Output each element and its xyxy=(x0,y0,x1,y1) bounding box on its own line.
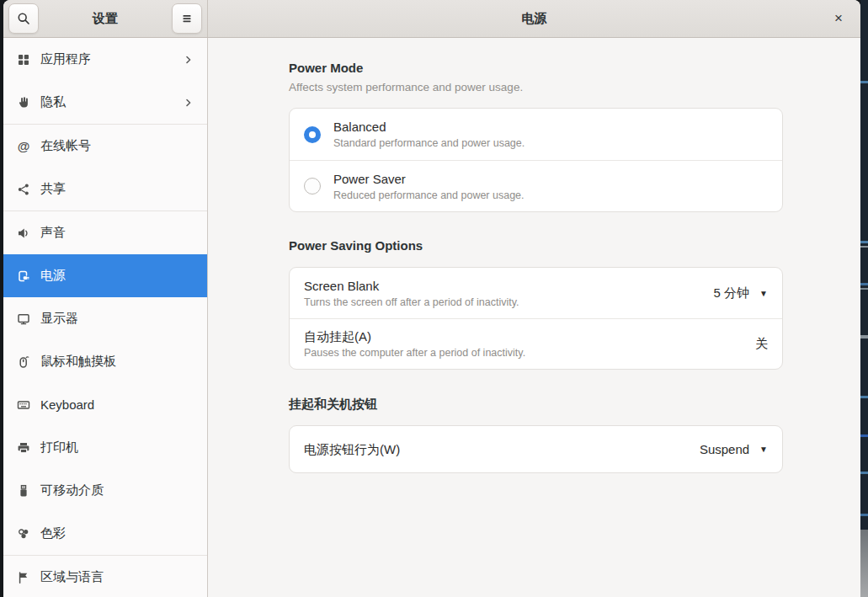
battery-power-icon xyxy=(17,269,30,283)
sidebar-item-printers[interactable]: 打印机 xyxy=(3,426,207,469)
sidebar-item-label: 声音 xyxy=(40,225,195,241)
settings-window: 设置 电源 × 应用程序 xyxy=(3,0,860,597)
sidebar-item-keyboard[interactable]: Keyboard xyxy=(3,383,207,426)
apps-grid-icon xyxy=(17,53,30,67)
share-icon xyxy=(17,183,30,196)
menu-button[interactable] xyxy=(172,3,202,34)
sidebar-item-label: 区域与语言 xyxy=(40,569,195,585)
power-mode-option-power-saver[interactable]: Power Saver Reduced performance and powe… xyxy=(290,160,782,211)
speaker-icon xyxy=(17,227,30,240)
search-icon xyxy=(17,12,30,25)
chevron-right-icon xyxy=(182,53,195,67)
option-description: Reduced performance and power usage. xyxy=(333,189,768,202)
sidebar-item-privacy[interactable]: 隐私 xyxy=(3,81,207,124)
option-label: Power Saver xyxy=(333,171,768,187)
main-header: 电源 × xyxy=(208,0,860,37)
automatic-suspend-value[interactable]: 关 xyxy=(755,336,768,352)
power-saving-card: Screen Blank Turns the screen off after … xyxy=(289,267,783,370)
row-description: Pauses the computer after a period of in… xyxy=(304,346,755,360)
power-button-behavior-value[interactable]: Suspend xyxy=(700,442,749,456)
mouse-icon xyxy=(17,355,30,369)
row-description: Turns the screen off after a period of i… xyxy=(304,296,714,309)
sidebar-item-label: Keyboard xyxy=(40,397,195,412)
color-circles-icon xyxy=(17,527,30,541)
sidebar-item-displays[interactable]: 显示器 xyxy=(3,297,207,340)
sidebar-item-region-language[interactable]: 区域与语言 xyxy=(3,556,207,597)
sidebar: 应用程序 隐私 @ 在线帐号 xyxy=(3,38,208,597)
sidebar-item-sharing[interactable]: 共享 xyxy=(3,168,207,211)
at-icon: @ xyxy=(17,140,30,153)
power-mode-card: Balanced Standard performance and power … xyxy=(289,108,783,212)
sidebar-item-label: 隐私 xyxy=(40,94,182,110)
sidebar-item-label: 打印机 xyxy=(40,440,195,456)
power-mode-subtitle: Affects system performance and power usa… xyxy=(289,80,783,95)
chevron-right-icon xyxy=(182,96,195,109)
option-description: Standard performance and power usage. xyxy=(333,136,768,150)
sidebar-item-online-accounts[interactable]: @ 在线帐号 xyxy=(3,125,207,168)
row-label: Screen Blank xyxy=(304,278,714,294)
power-mode-title: Power Mode xyxy=(289,60,783,77)
sidebar-item-label: 显示器 xyxy=(40,311,195,327)
screen-blank-row[interactable]: Screen Blank Turns the screen off after … xyxy=(290,268,782,318)
sidebar-item-applications[interactable]: 应用程序 xyxy=(3,38,207,81)
sidebar-item-label: 色彩 xyxy=(40,525,195,541)
sidebar-item-label: 可移动介质 xyxy=(40,482,195,498)
radio-selected-icon[interactable] xyxy=(304,126,321,143)
background-window-edge xyxy=(860,0,868,597)
sidebar-header: 设置 xyxy=(3,0,208,37)
sidebar-item-power[interactable]: 电源 xyxy=(3,254,207,297)
flag-icon xyxy=(17,571,30,584)
dropdown-arrow-icon[interactable]: ▼ xyxy=(759,289,768,298)
row-label: 自动挂起(A) xyxy=(304,328,755,344)
power-saving-title: Power Saving Options xyxy=(289,237,783,254)
power-panel: Power Mode Affects system performance an… xyxy=(208,38,860,597)
sidebar-item-label: 应用程序 xyxy=(40,51,182,67)
power-button-card: 电源按钮行为(W) Suspend ▼ xyxy=(289,425,783,473)
sidebar-item-mouse-touchpad[interactable]: 鼠标和触摸板 xyxy=(3,340,207,383)
settings-title: 设置 xyxy=(93,11,118,27)
usb-drive-icon xyxy=(17,484,30,498)
close-icon: × xyxy=(834,10,843,27)
sidebar-item-label: 鼠标和触摸板 xyxy=(40,354,195,370)
sidebar-item-label: 电源 xyxy=(40,268,195,284)
page-title: 电源 xyxy=(522,11,547,27)
dropdown-arrow-icon[interactable]: ▼ xyxy=(759,445,768,454)
headerbar: 设置 电源 × xyxy=(3,0,860,38)
sidebar-item-label: 共享 xyxy=(40,181,195,197)
automatic-suspend-row[interactable]: 自动挂起(A) Pauses the computer after a peri… xyxy=(290,318,782,369)
sidebar-item-removable-media[interactable]: 可移动介质 xyxy=(3,469,207,512)
row-label: 电源按钮行为(W) xyxy=(304,441,700,457)
search-button[interactable] xyxy=(8,3,39,34)
keyboard-icon xyxy=(17,398,30,412)
hand-icon xyxy=(17,96,30,109)
hamburger-icon xyxy=(180,12,194,25)
suspend-section-title: 挂起和关机按钮 xyxy=(289,396,783,413)
power-mode-option-balanced[interactable]: Balanced Standard performance and power … xyxy=(290,109,782,160)
sidebar-item-sound[interactable]: 声音 xyxy=(3,211,207,254)
sidebar-item-label: 在线帐号 xyxy=(40,138,195,154)
sidebar-item-color[interactable]: 色彩 xyxy=(3,512,207,555)
screen-blank-value[interactable]: 5 分钟 xyxy=(714,285,750,301)
radio-unselected-icon[interactable] xyxy=(304,178,321,195)
printer-icon xyxy=(17,441,30,455)
display-icon xyxy=(17,312,30,326)
option-label: Balanced xyxy=(333,119,768,135)
power-button-behavior-row[interactable]: 电源按钮行为(W) Suspend ▼ xyxy=(290,426,782,472)
close-button[interactable]: × xyxy=(823,3,854,34)
